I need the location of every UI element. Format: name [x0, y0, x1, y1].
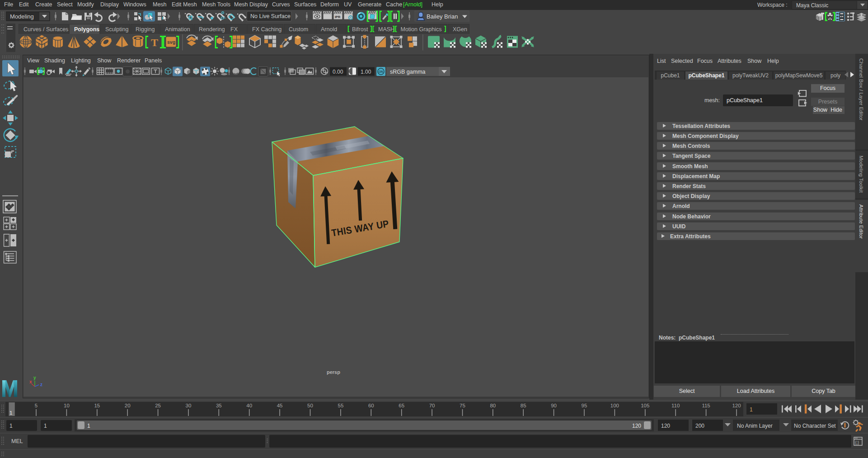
svg-text:1.00: 1.00 — [361, 69, 371, 75]
svg-text:5: 5 — [35, 403, 38, 408]
svg-text:IPR: IPR — [335, 15, 341, 19]
svg-text:No Live Surface: No Live Surface — [250, 13, 291, 19]
svg-text:115: 115 — [702, 403, 710, 408]
svg-text:200: 200 — [695, 423, 704, 429]
svg-text:z: z — [40, 382, 42, 387]
svg-text:75: 75 — [460, 403, 465, 408]
svg-text:0.00: 0.00 — [333, 69, 343, 75]
svg-text:10: 10 — [64, 403, 70, 408]
svg-text:105: 105 — [641, 403, 649, 408]
svg-text:45: 45 — [277, 403, 283, 408]
svg-text:85: 85 — [521, 403, 526, 408]
svg-text:y: y — [33, 375, 36, 380]
svg-text:{;}: {;} — [855, 440, 859, 445]
svg-text:50: 50 — [307, 403, 313, 408]
svg-text:No Character Set: No Character Set — [794, 423, 836, 429]
svg-text:1: 1 — [9, 410, 12, 416]
svg-text:1: 1 — [44, 423, 47, 429]
svg-text:Modeling: Modeling — [10, 13, 34, 20]
svg-text:25: 25 — [155, 403, 161, 408]
svg-text:sRGB gamma: sRGB gamma — [390, 69, 426, 75]
svg-text:Bailey Brian: Bailey Brian — [427, 13, 458, 20]
svg-text:x: x — [29, 379, 32, 384]
svg-text:65: 65 — [399, 403, 404, 408]
svg-text:110: 110 — [671, 403, 680, 408]
svg-text:90: 90 — [551, 403, 557, 408]
svg-text:35: 35 — [216, 403, 222, 408]
svg-text:95: 95 — [582, 403, 587, 408]
svg-text:120: 120 — [661, 423, 670, 429]
svg-text:55: 55 — [338, 403, 344, 408]
svg-text:T: T — [151, 37, 158, 48]
svg-text:40: 40 — [246, 403, 252, 408]
svg-text:ON: ON — [379, 70, 383, 73]
svg-text:20: 20 — [125, 403, 131, 408]
svg-text:60: 60 — [368, 403, 374, 408]
svg-text:svg: svg — [167, 39, 175, 45]
svg-text:30: 30 — [186, 403, 192, 408]
svg-text:1: 1 — [750, 406, 753, 413]
svg-text:80: 80 — [490, 403, 496, 408]
svg-text:100: 100 — [610, 403, 619, 408]
svg-text:1: 1 — [87, 423, 90, 429]
svg-text:MEL: MEL — [11, 438, 23, 444]
svg-text:70: 70 — [429, 403, 435, 408]
svg-text:120: 120 — [632, 423, 641, 429]
svg-text:120: 120 — [732, 403, 741, 408]
svg-text:1: 1 — [9, 423, 13, 429]
svg-text:15: 15 — [94, 403, 100, 408]
svg-text:No Anim Layer: No Anim Layer — [737, 423, 773, 429]
